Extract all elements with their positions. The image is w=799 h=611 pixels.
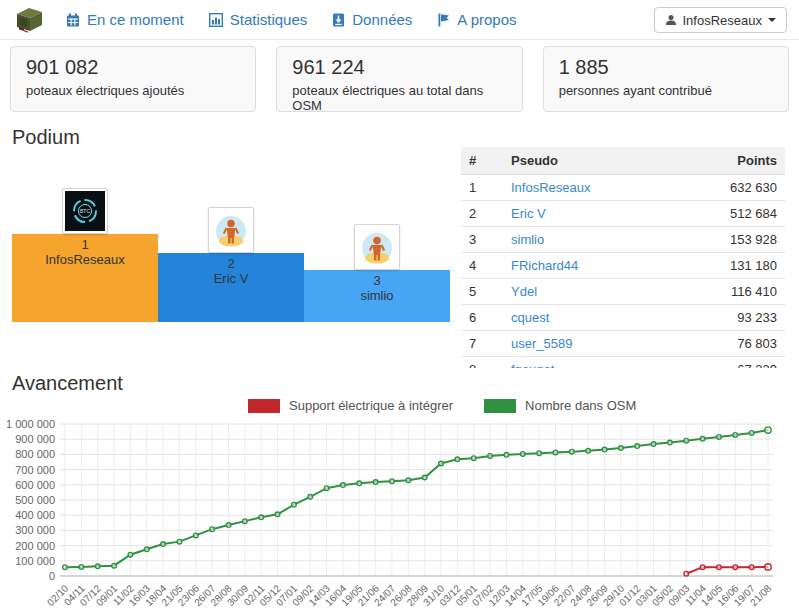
- table-row: 6cquest93 233: [461, 305, 785, 331]
- stat-value: 961 224: [292, 56, 506, 79]
- nav-label: Données: [352, 11, 412, 28]
- user-menu-button[interactable]: InfosReseaux: [654, 7, 788, 33]
- nav-item-en-ce-moment[interactable]: En ce moment: [62, 11, 205, 28]
- podium-name: simlio: [304, 288, 450, 303]
- calendar-icon: [66, 13, 80, 27]
- bar-chart-icon: [209, 13, 223, 27]
- row-rank: 3: [461, 227, 503, 253]
- pseudo-link[interactable]: InfosReseaux: [511, 180, 591, 195]
- legend-swatch-red: [248, 399, 280, 413]
- svg-text:0: 0: [49, 570, 55, 582]
- navbar: En ce moment Statistiques Données: [0, 0, 799, 40]
- stat-card-added: 901 082 poteaux électriques ajoutés: [10, 46, 256, 112]
- podium-step-3: 3simlio: [304, 270, 450, 322]
- svg-text:600 000: 600 000: [15, 479, 55, 491]
- legend-label-osm: Nombre dans OSM: [525, 398, 636, 413]
- table-row: 7user_558976 803: [461, 331, 785, 357]
- nav-item-a-propos[interactable]: A propos: [433, 11, 537, 28]
- avatar: [354, 224, 400, 270]
- table-row: 4FRichard44131 180: [461, 253, 785, 279]
- row-rank: 8: [461, 357, 503, 369]
- ranking-table-wrap[interactable]: # Pseudo Points 1InfosReseaux632 6302Eri…: [461, 147, 785, 368]
- row-points: 116 410: [673, 279, 785, 305]
- user-menu-label: InfosReseaux: [683, 13, 763, 28]
- substation-logo-icon: [14, 6, 44, 34]
- svg-text:BTC: BTC: [80, 208, 90, 214]
- pseudo-link[interactable]: Ydel: [511, 284, 537, 299]
- dashboard-page: En ce moment Statistiques Données: [0, 0, 799, 611]
- podium-rank: 2: [158, 253, 304, 271]
- nav-label: A propos: [457, 11, 516, 28]
- user-icon: [665, 14, 677, 26]
- podium-step-1: 1InfosReseaux: [12, 234, 158, 322]
- stats-cards-row: 901 082 poteaux électriques ajoutés 961 …: [10, 46, 789, 112]
- row-rank: 1: [461, 175, 503, 201]
- pseudo-link[interactable]: simlio: [511, 232, 544, 247]
- podium-name: InfosReseaux: [12, 252, 158, 267]
- download-icon: [332, 13, 345, 27]
- svg-text:100 000: 100 000: [15, 555, 55, 567]
- avancement-title: Avancement: [12, 372, 123, 395]
- osm-default-avatar-icon: [357, 227, 397, 267]
- site-logo[interactable]: [14, 6, 44, 34]
- podium-graphic: 1InfosReseauxBTC2Eric V3simlio: [12, 188, 450, 322]
- pseudo-link[interactable]: user_5589: [511, 336, 572, 351]
- row-points: 632 630: [673, 175, 785, 201]
- chart-legend: Support électrique à intégrer Nombre dan…: [248, 398, 636, 413]
- podium-rank: 3: [304, 270, 450, 288]
- avatar: BTC: [62, 188, 108, 234]
- stat-value: 901 082: [26, 56, 240, 79]
- legend-swatch-green: [484, 399, 516, 413]
- table-row: 2Eric V512 684: [461, 201, 785, 227]
- row-points: 67 339: [673, 357, 785, 369]
- table-row: 8fgouget67 339: [461, 357, 785, 369]
- svg-text:1 000 000: 1 000 000: [6, 418, 55, 430]
- stat-label: poteaux électriques au total dans OSM: [292, 83, 506, 113]
- nav-label: Statistiques: [230, 11, 308, 28]
- row-points: 131 180: [673, 253, 785, 279]
- podium-rank: 1: [12, 234, 158, 252]
- pseudo-link[interactable]: Eric V: [511, 206, 546, 221]
- flag-icon: [437, 13, 450, 27]
- svg-text:200 000: 200 000: [15, 540, 55, 552]
- row-rank: 6: [461, 305, 503, 331]
- row-rank: 4: [461, 253, 503, 279]
- table-row: 5Ydel116 410: [461, 279, 785, 305]
- chevron-down-icon: [768, 18, 776, 22]
- row-rank: 5: [461, 279, 503, 305]
- nav-item-statistiques[interactable]: Statistiques: [205, 11, 329, 28]
- ranking-header-row: # Pseudo Points: [461, 147, 785, 175]
- pseudo-link[interactable]: cquest: [511, 310, 549, 325]
- table-row: 1InfosReseaux632 630: [461, 175, 785, 201]
- avancement-chart[interactable]: 0100 000200 000300 000400 000500 000600 …: [0, 416, 799, 611]
- row-points: 512 684: [673, 201, 785, 227]
- podium-title: Podium: [12, 126, 80, 149]
- podium-name: Eric V: [158, 271, 304, 286]
- nav-item-donnees[interactable]: Données: [328, 11, 433, 28]
- pseudo-link[interactable]: FRichard44: [511, 258, 578, 273]
- svg-text:800 000: 800 000: [15, 448, 55, 460]
- ranking-table: # Pseudo Points 1InfosReseaux632 6302Eri…: [461, 147, 785, 368]
- header-points: Points: [673, 147, 785, 175]
- svg-text:300 000: 300 000: [15, 524, 55, 536]
- row-points: 153 928: [673, 227, 785, 253]
- podium-step-2: 2Eric V: [158, 253, 304, 322]
- row-rank: 2: [461, 201, 503, 227]
- svg-text:400 000: 400 000: [15, 509, 55, 521]
- stat-card-total-osm: 961 224 poteaux électriques au total dan…: [276, 46, 522, 112]
- header-pseudo: Pseudo: [503, 147, 673, 175]
- osm-default-avatar-icon: [211, 210, 251, 250]
- stat-value: 1 885: [559, 56, 773, 79]
- stat-label: poteaux électriques ajoutés: [26, 83, 240, 98]
- row-points: 76 803: [673, 331, 785, 357]
- row-points: 93 233: [673, 305, 785, 331]
- legend-label-support: Support électrique à intégrer: [289, 398, 453, 413]
- stat-card-contributors: 1 885 personnes ayant contribué: [543, 46, 789, 112]
- table-row: 3simlio153 928: [461, 227, 785, 253]
- row-rank: 7: [461, 331, 503, 357]
- svg-text:500 000: 500 000: [15, 494, 55, 506]
- header-rank: #: [461, 147, 503, 175]
- infosreseaux-avatar-icon: BTC: [65, 191, 105, 231]
- svg-text:900 000: 900 000: [15, 433, 55, 445]
- pseudo-link[interactable]: fgouget: [511, 362, 554, 368]
